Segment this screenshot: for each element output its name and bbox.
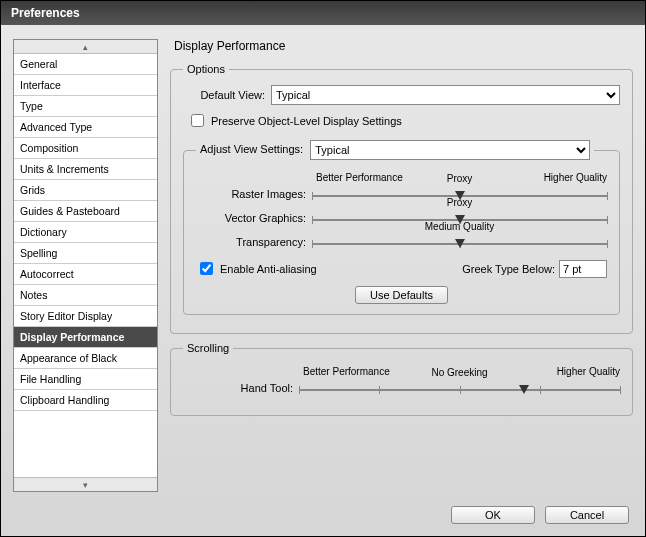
sidebar-item[interactable]: Display Performance	[14, 327, 157, 348]
adjust-view-group: Adjust View Settings: Typical Better Per…	[183, 140, 620, 315]
sidebar-item[interactable]: Notes	[14, 285, 157, 306]
category-sidebar: ▴ GeneralInterfaceTypeAdvanced TypeCompo…	[13, 39, 158, 492]
scale-left-label: Better Performance	[316, 172, 403, 183]
ok-button[interactable]: OK	[451, 506, 535, 524]
scrolling-legend: Scrolling	[183, 342, 233, 354]
scrolling-group: Scrolling Better Performance Higher Qual…	[170, 342, 633, 416]
cancel-button[interactable]: Cancel	[545, 506, 629, 524]
quality-slider[interactable]: Medium Quality	[312, 235, 607, 249]
slider-label: Transparency:	[196, 236, 306, 248]
preserve-label: Preserve Object-Level Display Settings	[211, 115, 402, 127]
hand-tool-caption: No Greeking	[431, 367, 487, 378]
sidebar-item[interactable]: Autocorrect	[14, 264, 157, 285]
slider-caption: Proxy	[447, 173, 473, 184]
sidebar-item[interactable]: Story Editor Display	[14, 306, 157, 327]
hand-tool-label: Hand Tool:	[183, 382, 293, 394]
dialog-footer: OK Cancel	[1, 498, 645, 536]
sidebar-item[interactable]: Spelling	[14, 243, 157, 264]
scroll-scale-left: Better Performance	[303, 366, 390, 377]
scroll-down-icon[interactable]: ▾	[14, 477, 157, 491]
greek-input[interactable]	[559, 260, 607, 278]
adjust-view-legend: Adjust View Settings: Typical	[196, 140, 594, 160]
sidebar-item[interactable]: Units & Increments	[14, 159, 157, 180]
sidebar-item[interactable]: Clipboard Handling	[14, 390, 157, 411]
sidebar-item[interactable]: Grids	[14, 180, 157, 201]
sidebar-item[interactable]: Composition	[14, 138, 157, 159]
hand-tool-slider[interactable]: No Greeking	[299, 381, 620, 395]
antialias-checkbox[interactable]	[200, 262, 213, 275]
adjust-view-select[interactable]: Typical	[310, 140, 590, 160]
sidebar-item[interactable]: File Handling	[14, 369, 157, 390]
titlebar: Preferences	[1, 1, 645, 25]
dialog-body: ▴ GeneralInterfaceTypeAdvanced TypeCompo…	[1, 25, 645, 498]
main-panel: Display Performance Options Default View…	[170, 39, 633, 492]
slider-caption: Medium Quality	[425, 221, 494, 232]
slider-row: Vector Graphics:Proxy	[196, 211, 607, 225]
sidebar-item[interactable]: Type	[14, 96, 157, 117]
sidebar-item[interactable]: Guides & Pasteboard	[14, 201, 157, 222]
sidebar-item[interactable]: Interface	[14, 75, 157, 96]
slider-row: Raster Images:Proxy	[196, 187, 607, 201]
greek-label: Greek Type Below:	[462, 263, 555, 275]
default-view-label: Default View:	[183, 89, 265, 101]
sidebar-item[interactable]: Advanced Type	[14, 117, 157, 138]
antialias-label: Enable Anti-aliasing	[220, 263, 317, 275]
sidebar-item[interactable]: Dictionary	[14, 222, 157, 243]
panel-title: Display Performance	[174, 39, 633, 53]
slider-caption: Proxy	[447, 197, 473, 208]
use-defaults-button[interactable]: Use Defaults	[355, 286, 448, 304]
sidebar-item[interactable]: General	[14, 54, 157, 75]
sidebar-item[interactable]: Appearance of Black	[14, 348, 157, 369]
scroll-up-icon[interactable]: ▴	[14, 40, 157, 54]
slider-row: Transparency:Medium Quality	[196, 235, 607, 249]
options-legend: Options	[183, 63, 229, 75]
default-view-select[interactable]: Typical	[271, 85, 620, 105]
preferences-dialog: Preferences ▴ GeneralInterfaceTypeAdvanc…	[0, 0, 646, 537]
scale-right-label: Higher Quality	[544, 172, 607, 183]
options-group: Options Default View: Typical Preserve O…	[170, 63, 633, 334]
window-title: Preferences	[11, 6, 80, 20]
preserve-checkbox[interactable]	[191, 114, 204, 127]
slider-label: Raster Images:	[196, 188, 306, 200]
scroll-scale-right: Higher Quality	[557, 366, 620, 377]
slider-label: Vector Graphics:	[196, 212, 306, 224]
